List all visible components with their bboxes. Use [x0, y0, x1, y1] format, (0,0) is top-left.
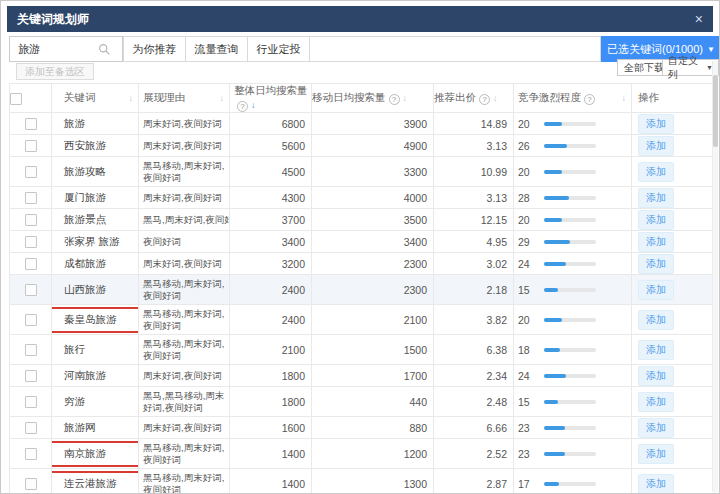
search-input[interactable]	[10, 43, 96, 55]
sort-icon[interactable]: ↓	[622, 93, 627, 103]
mobile-volume: 3900	[312, 113, 434, 135]
scrollbar-track	[712, 61, 718, 492]
suggested-bid: 3.13	[434, 187, 514, 209]
keyword: 穷游	[64, 395, 85, 407]
col-reason: 展现理由	[143, 91, 185, 103]
sort-icon-active[interactable]: ↓	[251, 100, 256, 110]
mobile-volume: 4000	[312, 187, 434, 209]
competition-bar	[544, 482, 596, 486]
add-button[interactable]: 添加	[638, 232, 674, 252]
row-checkbox[interactable]	[25, 396, 37, 408]
keyword: 旅游景点	[64, 213, 106, 225]
keyword: 秦皇岛旅游	[64, 313, 117, 325]
col-suggested-bid: 推荐出价	[434, 91, 476, 103]
row-checkbox[interactable]	[25, 192, 37, 204]
row-checkbox[interactable]	[25, 478, 37, 490]
suggested-bid: 12.15	[434, 209, 514, 231]
keyword-table: 关键词↓ 展现理由↓ 整体日均搜索量?↓ 移动日均搜索量?↓ 推荐出价?↓ 竞争…	[9, 83, 715, 494]
competition-bar	[544, 240, 596, 244]
sort-icon[interactable]: ↓	[493, 93, 498, 103]
row-checkbox[interactable]	[25, 236, 37, 248]
add-button[interactable]: 添加	[638, 310, 674, 330]
window-title: 关键词规划师	[17, 11, 89, 28]
keyword: 旅游网	[64, 421, 96, 433]
add-button[interactable]: 添加	[638, 136, 674, 156]
info-icon[interactable]: ?	[479, 94, 490, 105]
add-button[interactable]: 添加	[638, 114, 674, 134]
competition-value: 29	[518, 236, 538, 248]
row-checkbox[interactable]	[25, 140, 37, 152]
row-checkbox[interactable]	[25, 370, 37, 382]
tab-strip: 为你推荐 流量查询 行业定投	[123, 36, 601, 62]
add-button[interactable]: 添加	[638, 254, 674, 274]
col-overall-volume: 整体日均搜索量	[234, 84, 308, 96]
row-checkbox[interactable]	[25, 284, 37, 296]
suggested-bid: 2.34	[434, 365, 514, 387]
table-row: 山西旅游 黑马移动,周末好词,夜间好词 2400 2300 2.18 15 添加	[10, 275, 715, 305]
suggested-bid: 4.95	[434, 231, 514, 253]
sort-icon[interactable]: ↓	[403, 93, 408, 103]
table-row: 秦皇岛旅游 黑马移动,周末好词,夜间好词 2400 2100 3.82 20 添…	[10, 305, 715, 335]
row-checkbox[interactable]	[25, 214, 37, 226]
add-button[interactable]: 添加	[638, 392, 674, 412]
competition-bar	[544, 170, 596, 174]
reason: 周末好词,夜间好词	[139, 192, 229, 204]
competition-bar	[544, 122, 596, 126]
table-row: 连云港旅游 黑马移动,周末好词,夜间好词 1400 1300 2.87 17 添…	[10, 469, 715, 494]
competition-value: 28	[518, 192, 538, 204]
tab-traffic-query[interactable]: 流量查询	[186, 37, 248, 61]
mobile-volume: 3500	[312, 209, 434, 231]
row-checkbox[interactable]	[25, 258, 37, 270]
competition-bar	[544, 348, 596, 352]
reason: 黑马移动,周末好词,夜间好词	[139, 278, 229, 302]
suggested-bid: 3.82	[434, 305, 514, 335]
add-button[interactable]: 添加	[638, 340, 674, 360]
row-checkbox[interactable]	[25, 118, 37, 130]
overall-volume: 1400	[230, 469, 312, 494]
add-to-candidates-button[interactable]: 添加至备选区	[16, 63, 94, 80]
customize-columns-button[interactable]: 自定义列 ▼	[662, 59, 719, 76]
row-checkbox[interactable]	[25, 166, 37, 178]
scrollbar-thumb[interactable]	[713, 75, 718, 147]
add-button[interactable]: 添加	[638, 366, 674, 386]
table-row: 旅游 周末好词,夜间好词 6800 3900 14.89 20 添加	[10, 113, 715, 135]
mobile-volume: 2300	[312, 253, 434, 275]
suggested-bid: 2.87	[434, 469, 514, 494]
add-button[interactable]: 添加	[638, 188, 674, 208]
overall-volume: 1400	[230, 439, 312, 469]
table-row: 旅游网 周末好词,夜间好词 1600 880 6.66 23 添加	[10, 417, 715, 439]
table-row: 穷游 黑马,黑马移动,周末好词,夜间好词 1800 440 2.48 15 添加	[10, 387, 715, 417]
keyword: 成都旅游	[64, 257, 106, 269]
row-checkbox[interactable]	[25, 448, 37, 460]
col-mobile-volume: 移动日均搜索量	[312, 91, 386, 103]
competition-bar	[544, 426, 596, 430]
add-button[interactable]: 添加	[638, 162, 674, 182]
add-button[interactable]: 添加	[638, 474, 674, 494]
sort-icon[interactable]: ↓	[220, 93, 225, 103]
overall-volume: 4500	[230, 157, 312, 187]
add-button[interactable]: 添加	[638, 444, 674, 464]
col-competition: 竞争激烈程度	[518, 91, 581, 103]
close-icon[interactable]: ×	[695, 11, 703, 27]
reason: 黑马移动,周末好词,夜间好词	[139, 308, 229, 332]
info-icon[interactable]: ?	[584, 94, 595, 105]
row-checkbox[interactable]	[25, 344, 37, 356]
overall-volume: 4300	[230, 187, 312, 209]
add-button[interactable]: 添加	[638, 280, 674, 300]
row-checkbox[interactable]	[25, 314, 37, 326]
overall-volume: 1600	[230, 417, 312, 439]
reason: 周末好词,夜间好词	[139, 140, 229, 152]
sort-icon[interactable]: ↓	[129, 93, 134, 103]
table-row: 南京旅游 黑马移动,周末好词,夜间好词 1400 1200 2.52 23 添加	[10, 439, 715, 469]
header-checkbox[interactable]	[10, 93, 22, 105]
add-button[interactable]: 添加	[638, 210, 674, 230]
row-checkbox[interactable]	[25, 422, 37, 434]
suggested-bid: 6.66	[434, 417, 514, 439]
info-icon[interactable]: ?	[237, 101, 248, 112]
info-icon[interactable]: ?	[389, 94, 400, 105]
table-row: 河南旅游 周末好词,夜间好词 1800 1700 2.34 24 添加	[10, 365, 715, 387]
tab-industry-targeting[interactable]: 行业定投	[248, 37, 310, 61]
overall-volume: 2100	[230, 335, 312, 365]
tab-recommended[interactable]: 为你推荐	[124, 37, 186, 61]
add-button[interactable]: 添加	[638, 418, 674, 438]
